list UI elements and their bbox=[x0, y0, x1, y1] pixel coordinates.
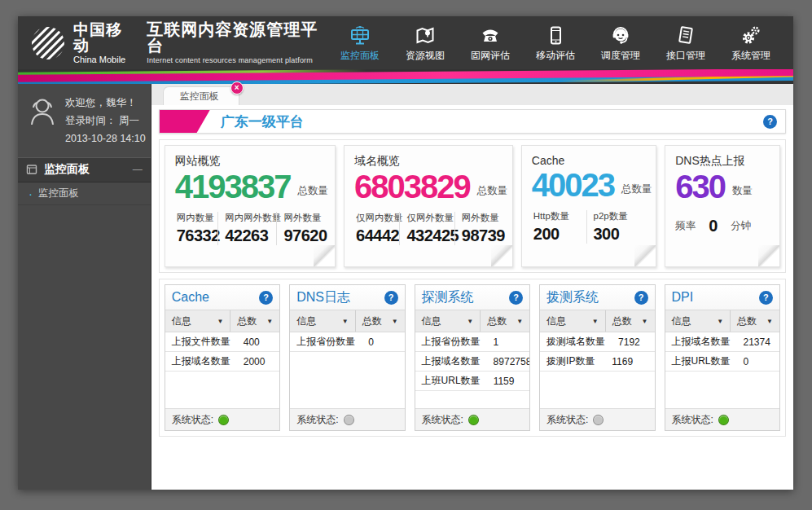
page-curl bbox=[314, 245, 335, 266]
page-curl bbox=[758, 245, 779, 266]
user-avatar-icon bbox=[26, 95, 59, 129]
brand-name-en: China Mobile bbox=[73, 55, 137, 64]
nav-label: 系统管理 bbox=[731, 49, 770, 63]
help-icon[interactable]: ? bbox=[259, 291, 273, 305]
row-value: 0 bbox=[362, 336, 404, 348]
frequency-row: 频率 0 分钟 bbox=[675, 217, 770, 235]
card-stat: 网外数量 98739 bbox=[454, 212, 503, 245]
column-header-info[interactable]: 信息 ▼ bbox=[290, 310, 356, 332]
systems-group: Cache ? 信息 ▼ 总数 ▼ bbox=[159, 279, 786, 437]
help-icon[interactable]: ? bbox=[384, 291, 398, 305]
column-header-total[interactable]: 总数 ▼ bbox=[606, 310, 655, 332]
main-nav: 监控面板 资源视图 bbox=[331, 23, 793, 63]
card-stat: 网内网外数量 42263 bbox=[217, 212, 276, 245]
brand-names: 中国移动 China Mobile bbox=[73, 22, 137, 64]
help-icon[interactable]: ? bbox=[509, 291, 523, 305]
system-panels: Cache ? 信息 ▼ 总数 ▼ bbox=[165, 284, 780, 431]
nav-label: 接口管理 bbox=[666, 49, 705, 63]
row-value: 1159 bbox=[487, 376, 529, 387]
card-stat: p2p数量 300 bbox=[586, 210, 647, 244]
stat-value: 76332 bbox=[177, 226, 212, 245]
freq-label: 频率 bbox=[675, 219, 696, 233]
column-header-info[interactable]: 信息 ▼ bbox=[165, 310, 231, 332]
panel-title: DNS日志 bbox=[296, 289, 350, 306]
card-total-value: 630 bbox=[675, 169, 725, 204]
sort-down-icon: ▼ bbox=[717, 318, 723, 325]
panel-dpi: DPI ? 信息 ▼ 总数 ▼ bbox=[665, 284, 780, 431]
column-label: 信息 bbox=[672, 314, 691, 328]
nav-item-interface-mgmt[interactable]: 接口管理 bbox=[656, 23, 715, 63]
column-header-info[interactable]: 信息 ▼ bbox=[415, 310, 481, 332]
panel-title: 拨测系统 bbox=[546, 289, 599, 306]
table-row: 上报域名数量 8972758 bbox=[415, 352, 529, 372]
nav-item-dispatch-mgmt[interactable]: 调度管理 bbox=[591, 23, 650, 63]
column-label: 信息 bbox=[546, 314, 566, 328]
nav-item-mobile-eval[interactable]: 移动评估 bbox=[526, 23, 585, 63]
main-area: 监控面板 × 广东一级平台 ? 网站概览 bbox=[151, 84, 793, 490]
card-stat: 网外数量 97620 bbox=[276, 212, 325, 245]
platform-title-cn: 互联网内容资源管理平台 bbox=[147, 21, 331, 54]
card-total-value: 4193837 bbox=[175, 169, 291, 204]
column-header-total[interactable]: 总数 ▼ bbox=[356, 310, 405, 332]
gears-icon bbox=[740, 23, 762, 46]
help-icon[interactable]: ? bbox=[763, 115, 777, 129]
tab-monitor-panel[interactable]: 监控面板 × bbox=[163, 86, 239, 105]
stat-value: 64442 bbox=[356, 226, 393, 245]
page-title-bar: 广东一级平台 ? bbox=[159, 109, 786, 134]
stat-label: Http数量 bbox=[533, 210, 580, 222]
nav-label: 监控面板 bbox=[340, 49, 380, 63]
column-label: 信息 bbox=[172, 314, 191, 328]
help-icon[interactable]: ? bbox=[634, 291, 648, 305]
sidebar-menu-monitor-panel[interactable]: 监控面板 — bbox=[18, 157, 151, 182]
page-title: 广东一级平台 bbox=[221, 112, 304, 131]
stat-value: 98739 bbox=[462, 226, 496, 245]
stat-value: 432425 bbox=[406, 226, 447, 245]
freq-unit: 分钟 bbox=[731, 219, 751, 233]
column-header-total[interactable]: 总数 ▼ bbox=[481, 310, 529, 332]
stat-value: 42263 bbox=[225, 226, 270, 245]
column-header-total[interactable]: 总数 ▼ bbox=[230, 310, 279, 332]
card-total-value: 40023 bbox=[532, 168, 614, 203]
row-value: 1 bbox=[487, 336, 529, 348]
stat-label: 网外数量 bbox=[283, 212, 318, 224]
help-icon[interactable]: ? bbox=[759, 291, 773, 305]
table-row: 上报域名数量 2000 bbox=[165, 352, 279, 372]
status-dot bbox=[218, 415, 229, 425]
panel-list-icon bbox=[26, 164, 37, 175]
row-value: 8972758 bbox=[487, 356, 529, 367]
collapse-icon[interactable]: — bbox=[133, 164, 143, 175]
nav-item-resource-view[interactable]: 资源视图 bbox=[396, 23, 454, 63]
column-header-info[interactable]: 信息 ▼ bbox=[540, 310, 606, 332]
row-value: 7192 bbox=[612, 336, 654, 348]
stat-label: 网内网外数量 bbox=[225, 212, 270, 224]
tab-close-icon[interactable]: × bbox=[230, 81, 244, 95]
sidebar-submenu-monitor-panel[interactable]: · 监控面板 bbox=[18, 182, 151, 205]
sidebar-menu-label: 监控面板 bbox=[44, 162, 90, 177]
nav-label: 调度管理 bbox=[601, 49, 640, 63]
table-row: 上报域名数量 21374 bbox=[665, 332, 779, 352]
nav-item-fixed-network-eval[interactable]: 固网评估 bbox=[461, 23, 520, 63]
card-cache-overview: Cache 40023 总数量 Http数量 200 bbox=[521, 145, 656, 267]
row-value: 400 bbox=[237, 336, 279, 348]
nav-label: 资源视图 bbox=[406, 49, 445, 63]
platform-title: 互联网内容资源管理平台 Internet content resources m… bbox=[147, 21, 331, 64]
sort-down-icon: ▼ bbox=[342, 318, 349, 325]
status-label: 系统状态: bbox=[546, 413, 588, 427]
sidebar: 欢迎您，魏华！ 登录时间： 周一 2013-10-28 14:10 监控面板 —… bbox=[18, 84, 151, 490]
nav-label: 固网评估 bbox=[471, 49, 510, 63]
column-label: 信息 bbox=[296, 314, 316, 328]
table-row: 拨测IP数量 1169 bbox=[540, 352, 654, 372]
nav-item-system-mgmt[interactable]: 系统管理 bbox=[722, 23, 780, 63]
card-title: 网站概览 bbox=[175, 154, 325, 169]
column-header-total[interactable]: 总数 ▼ bbox=[731, 310, 779, 332]
panel-dial-test-system: 拨测系统 ? 信息 ▼ 总数 ▼ bbox=[539, 284, 655, 431]
stat-label: p2p数量 bbox=[594, 210, 640, 222]
phone-icon bbox=[480, 23, 501, 46]
table-row: 上报URL数量 0 bbox=[665, 352, 779, 372]
nav-item-monitor-panel[interactable]: 监控面板 bbox=[331, 23, 389, 63]
user-info: 欢迎您，魏华！ 登录时间： 周一 2013-10-28 14:10 bbox=[65, 95, 146, 148]
row-label: 上报域名数量 bbox=[415, 354, 487, 368]
table-row: 上班URL数量 1159 bbox=[415, 372, 529, 391]
panel-probe-system: 探测系统 ? 信息 ▼ 总数 ▼ bbox=[415, 284, 530, 431]
column-header-info[interactable]: 信息 ▼ bbox=[665, 310, 731, 332]
